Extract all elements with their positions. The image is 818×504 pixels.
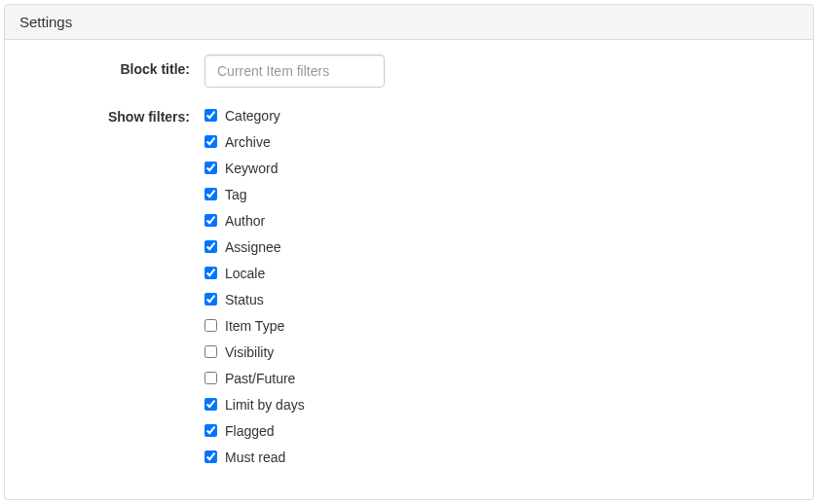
filter-label: Tag	[225, 187, 247, 202]
filter-checkbox[interactable]	[204, 424, 217, 437]
filter-checkbox[interactable]	[204, 372, 217, 384]
filter-item[interactable]: Visibility	[204, 339, 305, 365]
filter-checkbox[interactable]	[204, 319, 217, 332]
filter-item[interactable]: Locale	[204, 260, 305, 286]
filter-item[interactable]: Past/Future	[204, 365, 305, 391]
filter-checkbox[interactable]	[204, 214, 217, 227]
filter-label: Limit by days	[225, 397, 305, 413]
block-title-label: Block title:	[19, 54, 204, 77]
filter-item[interactable]: Flagged	[204, 417, 305, 444]
filter-checkbox[interactable]	[204, 109, 217, 122]
filter-item[interactable]: Limit by days	[204, 391, 305, 417]
filter-checkbox[interactable]	[204, 398, 217, 411]
filter-checkbox[interactable]	[204, 293, 217, 306]
filter-checkbox[interactable]	[204, 345, 217, 358]
filter-checkbox[interactable]	[204, 162, 217, 174]
filter-item[interactable]: Status	[204, 286, 305, 312]
filter-item[interactable]: Must read	[204, 444, 305, 470]
show-filters-row: Show filters: CategoryArchiveKeywordTagA…	[19, 102, 799, 470]
filter-label: Flagged	[225, 423, 275, 439]
filter-label: Past/Future	[225, 371, 295, 386]
filter-label: Archive	[225, 134, 271, 150]
filter-item[interactable]: Archive	[204, 128, 305, 155]
filter-label: Item Type	[225, 318, 284, 334]
filter-label: Assignee	[225, 239, 281, 255]
filter-item[interactable]: Item Type	[204, 312, 305, 339]
filter-item[interactable]: Category	[204, 102, 305, 128]
block-title-input[interactable]	[204, 54, 385, 88]
panel-title: Settings	[5, 5, 813, 40]
filter-checkbox[interactable]	[204, 450, 217, 463]
filter-label: Locale	[225, 266, 265, 281]
show-filters-label: Show filters:	[19, 102, 204, 125]
filters-list: CategoryArchiveKeywordTagAuthorAssigneeL…	[204, 102, 305, 470]
settings-panel: Settings Block title: Show filters: Cate…	[4, 4, 814, 500]
filter-checkbox[interactable]	[204, 240, 217, 253]
filter-label: Author	[225, 213, 265, 229]
filter-label: Status	[225, 292, 264, 307]
filter-item[interactable]: Keyword	[204, 155, 305, 181]
panel-body: Block title: Show filters: CategoryArchi…	[5, 40, 813, 499]
filter-checkbox[interactable]	[204, 267, 217, 279]
filter-label: Category	[225, 108, 280, 124]
filter-item[interactable]: Assignee	[204, 234, 305, 260]
filter-label: Keyword	[225, 161, 278, 176]
filter-label: Visibility	[225, 344, 274, 360]
filter-checkbox[interactable]	[204, 135, 217, 148]
filter-label: Must read	[225, 450, 285, 465]
filter-item[interactable]: Author	[204, 207, 305, 234]
filter-checkbox[interactable]	[204, 188, 217, 200]
block-title-row: Block title:	[19, 54, 799, 88]
filter-item[interactable]: Tag	[204, 181, 305, 207]
